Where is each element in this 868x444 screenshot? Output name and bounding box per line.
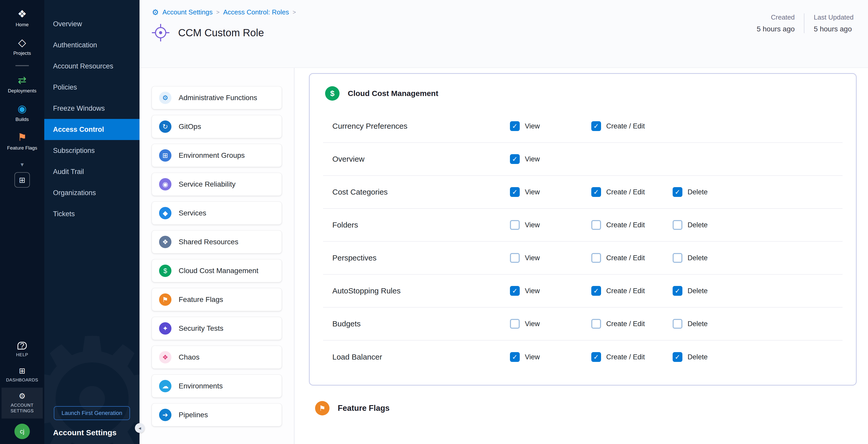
checkbox-checked[interactable]: ✓	[591, 286, 601, 296]
breadcrumb-account-settings[interactable]: Account Settings	[162, 8, 213, 16]
checkbox-unchecked[interactable]	[673, 319, 682, 329]
module-item-label: Security Tests	[179, 324, 223, 332]
permission-create-edit[interactable]: ✓Create / Edit	[591, 187, 673, 197]
permission-create-edit[interactable]: Create / Edit	[591, 220, 673, 230]
module-item-environment-groups[interactable]: ⊞Environment Groups	[152, 144, 282, 167]
checkbox-unchecked[interactable]	[673, 253, 682, 263]
module-item-service-reliability[interactable]: ◉Service Reliability	[152, 173, 282, 196]
checkbox-checked[interactable]: ✓	[591, 187, 601, 197]
permission-create-edit[interactable]: Create / Edit	[591, 319, 673, 329]
sidebar-item-account-resources[interactable]: Account Resources	[44, 56, 140, 77]
sidebar-item-freeze-windows[interactable]: Freeze Windows	[44, 98, 140, 119]
permission-create-edit[interactable]: ✓Create / Edit	[591, 286, 673, 296]
rail-bottom-group: ?HELP⊞DASHBOARDS⚙ACCOUNT SETTINGS cj	[0, 337, 44, 444]
module-item-gitops[interactable]: ↻GitOps	[152, 115, 282, 138]
breadcrumb-access-control-roles[interactable]: Access Control: Roles	[223, 8, 289, 16]
checkbox-checked[interactable]: ✓	[673, 286, 682, 296]
permission-delete[interactable]: ✓Delete	[673, 286, 754, 296]
app-root: ❖Home◇Projects ⇄Deployments◉Builds⚑Featu…	[0, 0, 868, 444]
resource-name: Cost Categories	[332, 188, 510, 196]
permission-delete[interactable]: ✓Delete	[673, 352, 754, 362]
rail-item-dashboards[interactable]: ⊞DASHBOARDS	[2, 362, 43, 388]
rail-item-builds[interactable]: ◉Builds	[5, 99, 39, 127]
module-item-shared-resources[interactable]: ❖Shared Resources	[152, 231, 282, 253]
module-item-cloud-cost-management[interactable]: $Cloud Cost Management	[152, 259, 282, 282]
sidebar-item-subscriptions[interactable]: Subscriptions	[44, 140, 140, 161]
module-item-environments[interactable]: ☁Environments	[152, 375, 282, 398]
module-item-services[interactable]: ◆Services	[152, 202, 282, 224]
module-grid-icon[interactable]: ⊞	[14, 172, 30, 188]
checkbox-checked[interactable]: ✓	[510, 286, 520, 296]
sidebar-item-policies[interactable]: Policies	[44, 77, 140, 98]
permission-view[interactable]: ✓View	[510, 187, 591, 197]
permission-view[interactable]: ✓View	[510, 121, 591, 131]
checkbox-checked[interactable]: ✓	[510, 352, 520, 362]
permission-label: View	[525, 221, 540, 229]
chevron-down-icon[interactable]: ▾	[21, 161, 24, 168]
permission-create-edit[interactable]: ✓Create / Edit	[591, 121, 673, 131]
permission-label: Delete	[687, 287, 708, 295]
rail-item-account-settings[interactable]: ⚙ACCOUNT SETTINGS	[2, 388, 43, 418]
checkbox-checked[interactable]: ✓	[591, 352, 601, 362]
permission-view[interactable]: ✓View	[510, 352, 591, 362]
permission-create-edit[interactable]: Create / Edit	[591, 253, 673, 263]
rail-primary-group: ❖Home◇Projects	[11, 4, 33, 61]
sidebar-title: Account Settings	[44, 428, 140, 437]
sidebar-item-tickets[interactable]: Tickets	[44, 203, 140, 224]
rail-item-help[interactable]: ?HELP	[2, 337, 43, 362]
permission-label: View	[525, 155, 540, 163]
permission-create-edit[interactable]: ✓Create / Edit	[591, 352, 673, 362]
permission-delete[interactable]: Delete	[673, 253, 754, 263]
permission-view[interactable]: ✓View	[510, 286, 591, 296]
sidebar-collapse-handle[interactable]: ◂	[135, 423, 145, 433]
sidebar-item-authentication[interactable]: Authentication	[44, 34, 140, 56]
module-item-feature-flags[interactable]: ⚑Feature Flags	[152, 288, 282, 311]
rail-divider	[16, 65, 29, 66]
checkbox-unchecked[interactable]	[591, 319, 601, 329]
chaos-icon: ❖	[159, 351, 172, 363]
services-icon: ◆	[159, 207, 172, 219]
launch-first-generation-button[interactable]: Launch First Generation	[54, 406, 130, 420]
checkbox-checked[interactable]: ✓	[673, 352, 682, 362]
sidebar-item-overview[interactable]: Overview	[44, 13, 140, 34]
checkbox-checked[interactable]: ✓	[591, 121, 601, 131]
checkbox-unchecked[interactable]	[673, 220, 682, 230]
module-item-administrative-functions[interactable]: ⚙Administrative Functions	[152, 87, 282, 109]
checkbox-checked[interactable]: ✓	[673, 187, 682, 197]
permission-view[interactable]: View	[510, 220, 591, 230]
permission-label: Create / Edit	[606, 287, 645, 295]
sidebar-item-organizations[interactable]: Organizations	[44, 182, 140, 203]
rail-item-feature-flags[interactable]: ⚑Feature Flags	[5, 127, 39, 156]
permission-delete[interactable]: Delete	[673, 220, 754, 230]
checkbox-checked[interactable]: ✓	[510, 154, 520, 164]
checkbox-unchecked[interactable]	[510, 253, 520, 263]
resource-name: Folders	[332, 221, 510, 229]
checkbox-checked[interactable]: ✓	[510, 187, 520, 197]
checkbox-unchecked[interactable]	[510, 319, 520, 329]
resource-name: AutoStopping Rules	[332, 286, 510, 295]
permission-view[interactable]: ✓View	[510, 154, 591, 164]
permission-delete[interactable]: ✓Delete	[673, 187, 754, 197]
user-avatar[interactable]: cj	[14, 424, 30, 439]
sidebar-item-access-control[interactable]: Access Control	[44, 119, 140, 140]
checkbox-unchecked[interactable]	[591, 253, 601, 263]
rail-item-deployments[interactable]: ⇄Deployments	[5, 70, 39, 99]
checkbox-checked[interactable]: ✓	[510, 121, 520, 131]
permission-delete[interactable]: Delete	[673, 319, 754, 329]
resource-name: Currency Preferences	[332, 122, 510, 130]
permission-view[interactable]: View	[510, 319, 591, 329]
page-header: ⚙ Account Settings > Access Control: Rol…	[140, 0, 868, 68]
permission-view[interactable]: View	[510, 253, 591, 263]
checkbox-unchecked[interactable]	[591, 220, 601, 230]
checkbox-unchecked[interactable]	[510, 220, 520, 230]
sidebar-item-audit-trail[interactable]: Audit Trail	[44, 161, 140, 182]
rail-item-projects[interactable]: ◇Projects	[11, 33, 33, 61]
module-item-chaos[interactable]: ❖Chaos	[152, 346, 282, 369]
rail-item-home[interactable]: ❖Home	[11, 4, 33, 33]
module-item-security-tests[interactable]: ✦Security Tests	[152, 317, 282, 340]
module-item-label: Shared Resources	[179, 238, 238, 246]
permission-label: View	[525, 353, 540, 361]
permission-row-autostopping-rules: AutoStopping Rules✓View✓Create / Edit✓De…	[323, 275, 842, 308]
permission-label: Delete	[687, 353, 708, 361]
module-item-pipelines[interactable]: ➔Pipelines	[152, 404, 282, 426]
